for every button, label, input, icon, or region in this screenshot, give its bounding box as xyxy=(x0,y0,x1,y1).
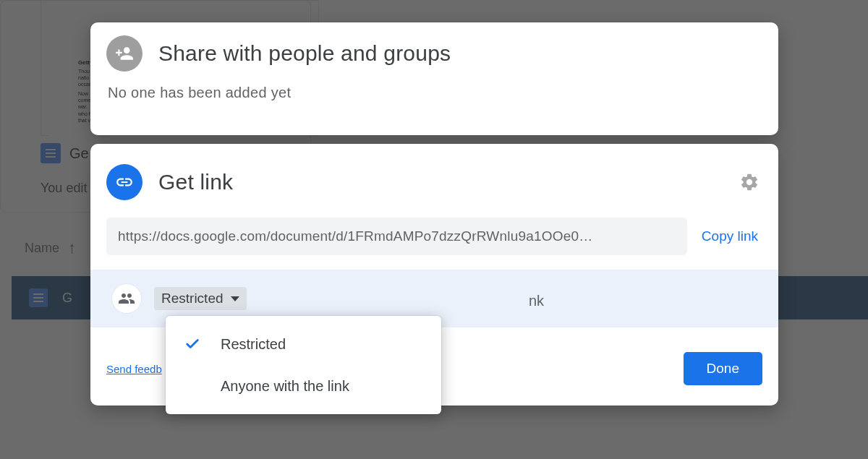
access-dropdown-menu: Restricted Anyone with the link xyxy=(166,316,441,414)
person-add-icon xyxy=(106,35,142,72)
gear-icon xyxy=(739,172,760,192)
done-button[interactable]: Done xyxy=(684,352,762,385)
link-url-row: https://docs.google.com/document/d/1FRmd… xyxy=(106,218,762,255)
access-option-anyone[interactable]: Anyone with the link xyxy=(166,365,441,407)
check-icon xyxy=(183,336,202,352)
share-people-section: Share with people and groups No one has … xyxy=(90,22,778,135)
share-header[interactable]: Share with people and groups xyxy=(106,35,762,72)
send-feedback-link[interactable]: Send feedb xyxy=(106,363,162,375)
share-link-field[interactable]: https://docs.google.com/document/d/1FRmd… xyxy=(106,218,687,255)
share-subtitle: No one has been added yet xyxy=(108,85,762,101)
get-link-header: Get link xyxy=(106,164,762,200)
access-selected-label: Restricted xyxy=(161,291,224,306)
access-dropdown-trigger[interactable]: Restricted xyxy=(154,287,247,310)
access-option-restricted[interactable]: Restricted xyxy=(166,323,441,365)
copy-link-button[interactable]: Copy link xyxy=(702,228,762,244)
access-option-label: Anyone with the link xyxy=(221,378,349,395)
access-option-label: Restricted xyxy=(221,336,286,353)
share-title: Share with people and groups xyxy=(158,41,451,66)
get-link-title: Get link xyxy=(158,170,720,194)
access-hint-text: nk xyxy=(529,293,544,309)
audience-icon xyxy=(112,284,141,313)
link-icon xyxy=(106,164,142,200)
link-settings-button[interactable] xyxy=(736,169,762,195)
chevron-down-icon xyxy=(231,296,239,301)
